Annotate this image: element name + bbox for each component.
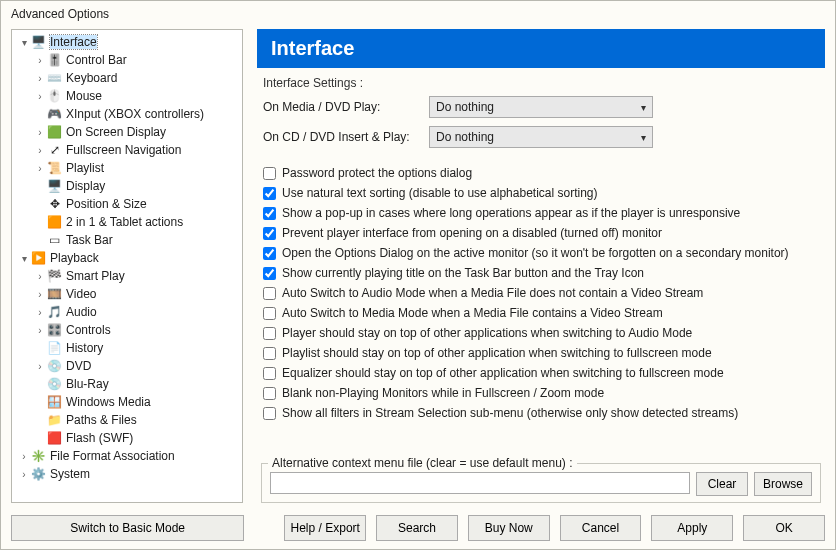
tree-item[interactable]: ▾🖥️Interface bbox=[14, 33, 240, 51]
tree-expander-icon[interactable]: › bbox=[34, 163, 46, 174]
checkbox-row[interactable]: Auto Switch to Audio Mode when a Media F… bbox=[263, 283, 819, 303]
checkbox-input[interactable] bbox=[263, 247, 276, 260]
checkbox-input[interactable] bbox=[263, 207, 276, 220]
tree-icon: ✳️ bbox=[30, 448, 47, 464]
tree-item[interactable]: 🎮XInput (XBOX controllers) bbox=[14, 105, 240, 123]
checkbox-label: Blank non-Playing Monitors while in Full… bbox=[282, 386, 604, 400]
tree-icon: 🟩 bbox=[46, 124, 63, 140]
buy-now-button[interactable]: Buy Now bbox=[468, 515, 550, 541]
checkbox-row[interactable]: Blank non-Playing Monitors while in Full… bbox=[263, 383, 819, 403]
tree-item[interactable]: 📄History bbox=[14, 339, 240, 357]
checkbox-row[interactable]: Use natural text sorting (disable to use… bbox=[263, 183, 819, 203]
tree-item[interactable]: ▾▶️Playback bbox=[14, 249, 240, 267]
browse-button[interactable]: Browse bbox=[754, 472, 812, 496]
tree-item[interactable]: ▭Task Bar bbox=[14, 231, 240, 249]
tree-icon: 🎚️ bbox=[46, 52, 63, 68]
alt-menu-input[interactable] bbox=[270, 472, 690, 494]
tree-expander-icon[interactable]: › bbox=[34, 271, 46, 282]
tree-expander-icon[interactable]: › bbox=[34, 127, 46, 138]
tree-expander-icon[interactable]: › bbox=[34, 145, 46, 156]
tree-item[interactable]: ›✳️File Format Association bbox=[14, 447, 240, 465]
tree-item[interactable]: 📁Paths & Files bbox=[14, 411, 240, 429]
tree-item[interactable]: 🪟Windows Media bbox=[14, 393, 240, 411]
checkbox-row[interactable]: Prevent player interface from opening on… bbox=[263, 223, 819, 243]
tree-expander-icon[interactable]: › bbox=[34, 361, 46, 372]
checkbox-row[interactable]: Auto Switch to Media Mode when a Media F… bbox=[263, 303, 819, 323]
checkbox-input[interactable] bbox=[263, 287, 276, 300]
checkbox-input[interactable] bbox=[263, 307, 276, 320]
combo-label-media-dvd: On Media / DVD Play: bbox=[263, 100, 423, 114]
tree-icon: 🖱️ bbox=[46, 88, 63, 104]
tree-item[interactable]: ›🟩On Screen Display bbox=[14, 123, 240, 141]
tree-item[interactable]: ›⌨️Keyboard bbox=[14, 69, 240, 87]
tree-expander-icon[interactable]: › bbox=[34, 55, 46, 66]
chevron-down-icon: ▾ bbox=[641, 132, 646, 143]
checkbox-input[interactable] bbox=[263, 167, 276, 180]
tree-item[interactable]: ›🎵Audio bbox=[14, 303, 240, 321]
switch-to-basic-button[interactable]: Switch to Basic Mode bbox=[11, 515, 244, 541]
tree-expander-icon[interactable]: › bbox=[34, 307, 46, 318]
tree-expander-icon[interactable]: › bbox=[34, 325, 46, 336]
tree-item[interactable]: ›⤢Fullscreen Navigation bbox=[14, 141, 240, 159]
combo-media-dvd-play[interactable]: Do nothing ▾ bbox=[429, 96, 653, 118]
tree-item[interactable]: ›📜Playlist bbox=[14, 159, 240, 177]
tree-item[interactable]: 🟥Flash (SWF) bbox=[14, 429, 240, 447]
tree-item-label: Fullscreen Navigation bbox=[66, 143, 181, 157]
tree-icon: 📁 bbox=[46, 412, 63, 428]
clear-button[interactable]: Clear bbox=[696, 472, 748, 496]
search-button[interactable]: Search bbox=[376, 515, 458, 541]
tree-expander-icon[interactable]: ▾ bbox=[18, 37, 30, 48]
tree-expander-icon[interactable]: › bbox=[18, 469, 30, 480]
tree-icon: ✥ bbox=[46, 196, 63, 212]
tree-item-label: 2 in 1 & Tablet actions bbox=[66, 215, 183, 229]
checkbox-label: Prevent player interface from opening on… bbox=[282, 226, 662, 240]
checkbox-row[interactable]: Show all filters in Stream Selection sub… bbox=[263, 403, 819, 423]
apply-button[interactable]: Apply bbox=[651, 515, 733, 541]
checkbox-input[interactable] bbox=[263, 267, 276, 280]
checkbox-input[interactable] bbox=[263, 367, 276, 380]
tree-expander-icon[interactable]: › bbox=[34, 91, 46, 102]
checkbox-input[interactable] bbox=[263, 347, 276, 360]
checkbox-input[interactable] bbox=[263, 407, 276, 420]
tree-item[interactable]: ›⚙️System bbox=[14, 465, 240, 483]
checkbox-row[interactable]: Password protect the options dialog bbox=[263, 163, 819, 183]
checkbox-input[interactable] bbox=[263, 387, 276, 400]
tree-expander-icon[interactable]: › bbox=[18, 451, 30, 462]
tree-item[interactable]: ›🎛️Controls bbox=[14, 321, 240, 339]
combo-cd-dvd-insert[interactable]: Do nothing ▾ bbox=[429, 126, 653, 148]
tree-icon: 🪟 bbox=[46, 394, 63, 410]
checkbox-row[interactable]: Show currently playing title on the Task… bbox=[263, 263, 819, 283]
checkbox-input[interactable] bbox=[263, 327, 276, 340]
tree-item[interactable]: 🟧2 in 1 & Tablet actions bbox=[14, 213, 240, 231]
help-export-button[interactable]: Help / Export bbox=[284, 515, 366, 541]
tree-item[interactable]: 💿Blu-Ray bbox=[14, 375, 240, 393]
tree-item[interactable]: 🖥️Display bbox=[14, 177, 240, 195]
tree-item[interactable]: ›🎚️Control Bar bbox=[14, 51, 240, 69]
tree-item[interactable]: ›💿DVD bbox=[14, 357, 240, 375]
checkbox-input[interactable] bbox=[263, 227, 276, 240]
cancel-button-bottom[interactable]: Cancel bbox=[560, 515, 642, 541]
tree-icon: 💿 bbox=[46, 358, 63, 374]
tree-item-label: Flash (SWF) bbox=[66, 431, 133, 445]
ok-button[interactable]: OK bbox=[743, 515, 825, 541]
tree-icon: ▶️ bbox=[30, 250, 47, 266]
tree-item[interactable]: ›🎞️Video bbox=[14, 285, 240, 303]
tree-item-label: Interface bbox=[50, 35, 97, 49]
tree-item[interactable]: ›🏁Smart Play bbox=[14, 267, 240, 285]
checkbox-row[interactable]: Player should stay on top of other appli… bbox=[263, 323, 819, 343]
tree-expander-icon[interactable]: › bbox=[34, 289, 46, 300]
tree-expander-icon[interactable]: › bbox=[34, 73, 46, 84]
checkbox-input[interactable] bbox=[263, 187, 276, 200]
tree-expander-icon[interactable]: ▾ bbox=[18, 253, 30, 264]
tree-icon: ⌨️ bbox=[46, 70, 63, 86]
tree-item-label: Task Bar bbox=[66, 233, 113, 247]
checkbox-row[interactable]: Equalizer should stay on top of other ap… bbox=[263, 363, 819, 383]
checkbox-row[interactable]: Open the Options Dialog on the active mo… bbox=[263, 243, 819, 263]
checkbox-row[interactable]: Show a pop-up in cases where long operat… bbox=[263, 203, 819, 223]
nav-tree[interactable]: ▾🖥️Interface›🎚️Control Bar›⌨️Keyboard›🖱️… bbox=[11, 29, 243, 503]
checkbox-list[interactable]: Password protect the options dialogUse n… bbox=[257, 160, 825, 457]
tree-item[interactable]: ›🖱️Mouse bbox=[14, 87, 240, 105]
tree-item[interactable]: ✥Position & Size bbox=[14, 195, 240, 213]
checkbox-row[interactable]: Playlist should stay on top of other app… bbox=[263, 343, 819, 363]
tree-icon: ▭ bbox=[46, 232, 63, 248]
